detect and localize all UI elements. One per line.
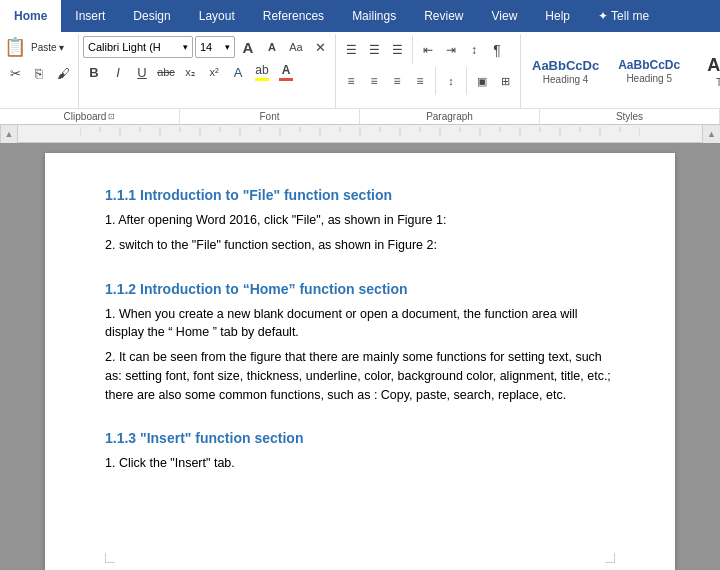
section-3: 1.1.3 "Insert" function section 1. Click… <box>105 430 615 473</box>
align-center-button[interactable]: ≡ <box>363 70 385 92</box>
justify-button[interactable]: ≡ <box>409 70 431 92</box>
bullets-button[interactable]: ☰ <box>340 39 362 61</box>
section-1-para-2: 2. switch to the "File" function section… <box>105 236 615 255</box>
tab-review[interactable]: Review <box>410 0 477 32</box>
text-effects-button[interactable]: A <box>227 61 249 83</box>
align-right-button[interactable]: ≡ <box>386 70 408 92</box>
tab-bar: Home Insert Design Layout References Mai… <box>0 0 720 32</box>
font-family-selector[interactable]: Calibri Light (H ▾ <box>83 36 193 58</box>
ruler-left-button[interactable]: ▲ <box>0 125 18 143</box>
shading-button[interactable]: ▣ <box>471 70 493 92</box>
ruler-bar: ▲ <box>0 125 720 143</box>
style-heading5[interactable]: AaBbCcDc Heading 5 <box>609 52 689 91</box>
clear-format-button[interactable]: ✕ <box>309 36 331 58</box>
style-heading4[interactable]: AaBbCcDc Heading 4 <box>523 52 608 91</box>
clipboard-group-label: Clipboard ⊡ <box>0 109 180 124</box>
section-3-para-1: 1. Click the "Insert" tab. <box>105 454 615 473</box>
font-increase-button[interactable]: A <box>237 36 259 58</box>
show-marks-button[interactable]: ¶ <box>486 39 508 61</box>
increase-indent-button[interactable]: ⇥ <box>440 39 462 61</box>
sort-button[interactable]: ↕ <box>463 39 485 61</box>
paste-dropdown[interactable]: Paste ▾ <box>28 41 67 54</box>
tab-home[interactable]: Home <box>0 0 61 32</box>
tab-references[interactable]: References <box>249 0 338 32</box>
styles-group-label: Styles <box>540 109 720 124</box>
section-1-para-1: 1. After opening Word 2016, click "File"… <box>105 211 615 230</box>
section-1: 1.1.1 Introduction to "File" function se… <box>105 187 615 255</box>
tab-tell-me[interactable]: ✦ Tell me <box>584 0 663 32</box>
content-area: 1.1.1 Introduction to "File" function se… <box>0 143 720 570</box>
decrease-indent-button[interactable]: ⇤ <box>417 39 439 61</box>
font-color-button[interactable]: A <box>275 61 297 83</box>
paragraph-group-label: Paragraph <box>360 109 540 124</box>
copy-button[interactable]: ⎘ <box>28 62 50 84</box>
group-labels-row: Clipboard ⊡ Font Paragraph Styles <box>0 108 720 124</box>
tab-design[interactable]: Design <box>119 0 184 32</box>
section-1-heading: 1.1.1 Introduction to "File" function se… <box>105 187 615 203</box>
cut-button[interactable]: ✂ <box>4 62 26 84</box>
superscript-button[interactable]: x² <box>203 61 225 83</box>
section-2-para-1: 1. When you create a new blank document … <box>105 305 615 343</box>
line-spacing-button[interactable]: ↕ <box>440 70 462 92</box>
multilevel-list-button[interactable]: ☰ <box>386 39 408 61</box>
document-page: 1.1.1 Introduction to "File" function se… <box>45 153 675 570</box>
tab-mailings[interactable]: Mailings <box>338 0 410 32</box>
toolbar-area: 📋 Paste ▾ ✂ ⎘ 🖌 Calibri Light (H ▾ 14 <box>0 32 720 125</box>
section-2-heading: 1.1.2 Introduction to “Home” function se… <box>105 281 615 297</box>
tab-view[interactable]: View <box>478 0 532 32</box>
strikethrough-button[interactable]: abc <box>155 61 177 83</box>
section-2: 1.1.2 Introduction to “Home” function se… <box>105 281 615 405</box>
clipboard-expand[interactable]: ⊡ <box>108 112 115 121</box>
change-case-button[interactable]: Aa <box>285 36 307 58</box>
numbering-button[interactable]: ☰ <box>363 39 385 61</box>
section-3-heading: 1.1.3 "Insert" function section <box>105 430 615 446</box>
tab-layout[interactable]: Layout <box>185 0 249 32</box>
format-painter-button[interactable]: 🖌 <box>52 62 74 84</box>
font-group-label: Font <box>180 109 360 124</box>
paste-button[interactable]: 📋 <box>4 36 26 58</box>
text-highlight-button[interactable]: ab <box>251 61 273 83</box>
font-decrease-button[interactable]: A <box>261 36 283 58</box>
font-size-selector[interactable]: 14 ▾ <box>195 36 235 58</box>
underline-button[interactable]: U <box>131 61 153 83</box>
styles-panel: AaBbCcDc Heading 4 AaBbCcDc Heading 5 Aa… <box>523 52 720 91</box>
ruler-right-button[interactable]: ▲ <box>702 125 720 143</box>
bold-button[interactable]: B <box>83 61 105 83</box>
tab-insert[interactable]: Insert <box>61 0 119 32</box>
section-2-para-2: 2. It can be seen from the figure that t… <box>105 348 615 404</box>
align-left-button[interactable]: ≡ <box>340 70 362 92</box>
tab-help[interactable]: Help <box>531 0 584 32</box>
subscript-button[interactable]: x₂ <box>179 61 201 83</box>
style-title[interactable]: AaB Title <box>690 52 720 91</box>
italic-button[interactable]: I <box>107 61 129 83</box>
borders-button[interactable]: ⊞ <box>494 70 516 92</box>
